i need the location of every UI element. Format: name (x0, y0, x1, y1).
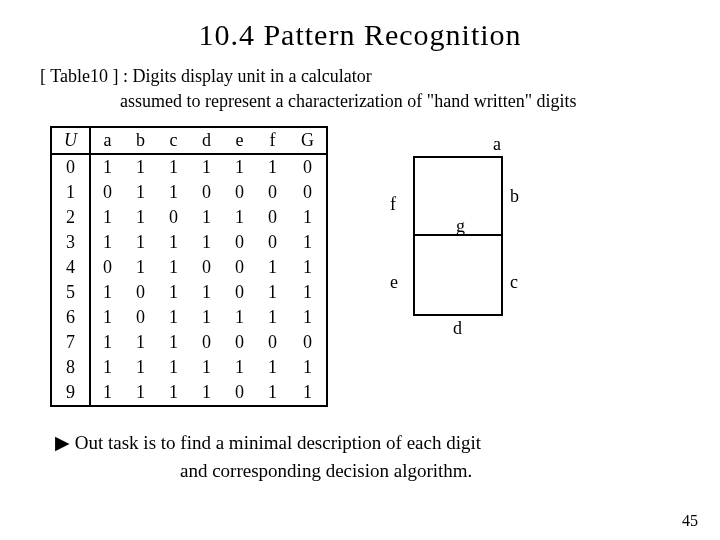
segment-label-c: c (510, 272, 518, 293)
segment-label-b: b (510, 186, 519, 207)
table-container: U a b c d e f G 01111110 10110000 211011… (50, 126, 328, 407)
digits-table: U a b c d e f G 01111110 10110000 211011… (52, 128, 326, 405)
content-row: U a b c d e f G 01111110 10110000 211011… (50, 126, 690, 407)
table-row: 81111111 (52, 355, 326, 380)
task-line-1: ▶ Out task is to find a minimal descript… (55, 431, 690, 454)
segment-label-d: d (453, 318, 462, 339)
table-header-row: U a b c d e f G (52, 128, 326, 154)
segment-label-e: e (390, 272, 398, 293)
task-line-2: and corresponding decision algorithm. (180, 460, 690, 482)
page-title: 10.4 Pattern Recognition (30, 18, 690, 52)
seven-segment-diagram: a b c d e f g (358, 136, 548, 376)
slide: 10.4 Pattern Recognition [ Table10 ] : D… (0, 0, 720, 540)
table-row: 71110000 (52, 330, 326, 355)
table-row: 61011111 (52, 305, 326, 330)
col-header-f: f (256, 128, 289, 154)
table-caption-line1: [ Table10 ] : Digits display unit in a c… (40, 66, 690, 87)
table-row: 10110000 (52, 180, 326, 205)
col-header-a: a (90, 128, 124, 154)
col-header-c: c (157, 128, 190, 154)
segment-label-g: g (456, 216, 465, 237)
segment-label-f: f (390, 194, 396, 215)
col-header-e: e (223, 128, 256, 154)
segment-label-a: a (493, 134, 501, 155)
table-row: 40110011 (52, 255, 326, 280)
segment-box-bottom (413, 236, 503, 316)
table-row: 51011011 (52, 280, 326, 305)
table-row: 01111110 (52, 154, 326, 180)
page-number: 45 (682, 512, 698, 530)
table-caption-line2: assumed to represent a characterization … (120, 91, 690, 112)
table-row: 31111001 (52, 230, 326, 255)
table-row: 21101101 (52, 205, 326, 230)
table-row: 91111011 (52, 380, 326, 405)
triangle-bullet-icon: ▶ (55, 432, 70, 453)
col-header-b: b (124, 128, 157, 154)
col-header-G: G (289, 128, 326, 154)
task-text-1: Out task is to find a minimal descriptio… (75, 432, 481, 453)
col-header-d: d (190, 128, 223, 154)
col-header-U: U (52, 128, 90, 154)
